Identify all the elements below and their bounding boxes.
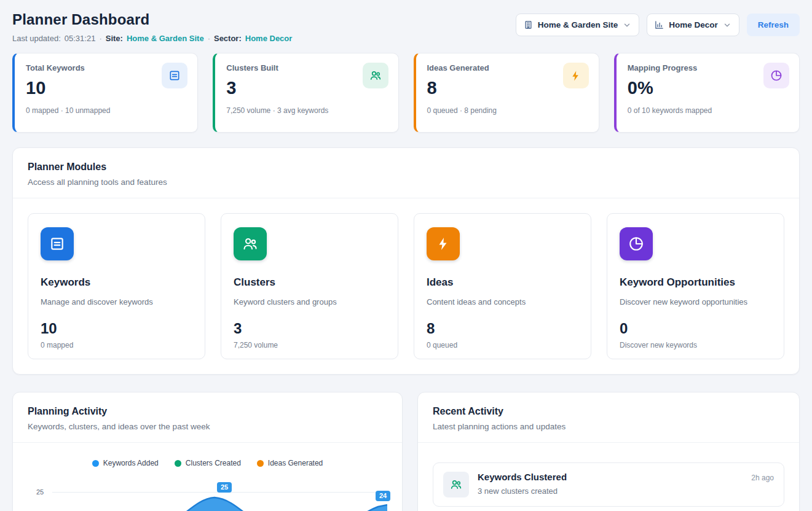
pie-chart-icon [763,63,789,88]
stat-card-ideas-generated: Ideas Generated 8 0 queued · 8 pending [414,53,599,133]
module-card-ideas[interactable]: Ideas Content ideas and concepts 8 0 que… [414,213,591,359]
site-selector-dropdown[interactable]: Home & Garden Site [516,14,640,36]
stat-detail: 0 of 10 keywords mapped [628,106,788,115]
header-meta: Last updated: 05:31:21 · Site: Home & Ga… [12,34,292,43]
panel-subtitle: Keywords, clusters, and ideas over the p… [28,422,387,431]
sector-selector-value: Home Decor [669,20,718,29]
stat-card-total-keywords: Total Keywords 10 0 mapped · 10 unmapped [12,53,198,133]
site-selector-value: Home & Garden Site [538,20,618,29]
site-link[interactable]: Home & Garden Site [127,34,204,43]
planner-dashboard-page: Planner Dashboard Last updated: 05:31:21… [0,0,812,511]
legend-dot-blue [92,460,99,467]
activity-description: 3 new clusters created [478,486,774,496]
sector-label: Sector: [214,34,242,43]
planner-modules-header: Planner Modules Access all planning tool… [13,148,799,198]
module-card-clusters[interactable]: Clusters Keyword clusters and groups 3 7… [221,213,398,359]
recent-activity-body: Keywords Clustered 2h ago 3 new clusters… [418,443,799,511]
header-controls: Home & Garden Site Home Decor Refresh [516,14,800,36]
legend-item-clusters-created[interactable]: Clusters Created [175,459,241,467]
module-detail: 7,250 volume [234,341,385,349]
panel-title: Planning Activity [28,406,387,417]
users-icon [234,227,267,260]
activity-item-keywords-clustered[interactable]: Keywords Clustered 2h ago 3 new clusters… [433,462,784,507]
stat-detail: 0 queued · 8 pending [427,106,588,115]
document-icon [162,63,187,88]
stat-detail: 7,250 volume · 3 avg keywords [226,106,387,115]
bar-chart-icon [655,20,664,29]
building-icon [524,20,533,29]
panel-title: Recent Activity [433,406,784,417]
module-value: 3 [234,320,385,337]
module-description: Discover new keyword opportunities [620,297,771,306]
users-icon [443,472,469,497]
lightning-icon [563,63,589,88]
legend-label: Keywords Added [103,459,159,467]
activity-item-content: Keywords Clustered 2h ago 3 new clusters… [478,472,774,496]
module-title: Keyword Opportunities [620,276,771,289]
planner-modules-body: Keywords Manage and discover keywords 10… [13,198,799,374]
legend-dot-orange [257,460,264,467]
activity-timestamp: 2h ago [751,474,774,482]
site-label: Site: [106,34,123,43]
legend-label: Clusters Created [186,459,241,467]
legend-dot-green [175,460,181,467]
module-card-keyword-opportunities[interactable]: Keyword Opportunities Discover new keywo… [607,213,784,359]
stat-cards-row: Total Keywords 10 0 mapped · 10 unmapped… [12,53,800,133]
module-value: 10 [41,320,192,337]
module-card-keywords[interactable]: Keywords Manage and discover keywords 10… [28,213,205,359]
planning-activity-panel: Planning Activity Keywords, clusters, an… [12,392,403,511]
legend-label: Ideas Generated [268,459,323,467]
chart-legend: Keywords Added Clusters Created Ideas Ge… [28,458,387,467]
legend-item-ideas-generated[interactable]: Ideas Generated [257,459,323,467]
meta-separator: · [208,34,210,43]
users-icon [363,63,388,88]
pie-chart-icon [620,227,653,260]
chevron-down-icon [623,21,631,29]
page-title: Planner Dashboard [12,11,292,28]
planning-activity-body: Keywords Added Clusters Created Ideas Ge… [13,443,402,511]
module-title: Ideas [427,276,578,289]
module-title: Keywords [41,276,192,289]
page-header: Planner Dashboard Last updated: 05:31:21… [12,11,800,43]
activity-title: Keywords Clustered [478,472,567,482]
module-value: 0 [620,320,771,337]
document-icon [41,227,74,260]
last-updated-label: Last updated: [12,34,61,43]
module-value: 8 [427,320,578,337]
sector-link[interactable]: Home Decor [245,34,293,43]
panel-subtitle: Access all planning tools and features [28,177,784,187]
panel-subtitle: Latest planning actions and updates [433,422,784,431]
planner-modules-panel: Planner Modules Access all planning tool… [12,147,800,375]
stat-card-mapping-progress: Mapping Progress 0% 0 of 10 keywords map… [614,53,800,133]
module-detail: 0 queued [427,341,578,349]
header-left: Planner Dashboard Last updated: 05:31:21… [12,11,292,43]
planning-activity-header: Planning Activity Keywords, clusters, an… [13,392,402,443]
module-detail: Discover new keywords [620,341,771,349]
panel-title: Planner Modules [28,162,784,173]
sector-selector-dropdown[interactable]: Home Decor [647,14,739,36]
chevron-down-icon [723,21,731,29]
bottom-row: Planning Activity Keywords, clusters, an… [12,392,800,511]
lightning-icon [427,227,460,260]
data-point-label: 24 [376,491,390,501]
module-grid: Keywords Manage and discover keywords 10… [28,213,784,359]
stat-card-clusters-built: Clusters Built 3 7,250 volume · 3 avg ke… [213,53,398,133]
module-description: Keyword clusters and groups [234,297,385,306]
module-description: Manage and discover keywords [41,297,192,306]
module-description: Content ideas and concepts [427,297,578,306]
data-point-label: 25 [217,482,232,493]
activity-area-chart: 25 25 24 [28,480,387,511]
module-detail: 0 mapped [41,341,192,349]
stat-detail: 0 mapped · 10 unmapped [26,106,186,115]
y-axis-tick: 25 [36,488,44,496]
refresh-button[interactable]: Refresh [747,14,800,36]
meta-separator: · [99,34,101,43]
recent-activity-header: Recent Activity Latest planning actions … [418,392,799,443]
last-updated-value: 05:31:21 [65,34,96,43]
legend-item-keywords-added[interactable]: Keywords Added [92,459,159,467]
recent-activity-panel: Recent Activity Latest planning actions … [417,392,800,511]
module-title: Clusters [234,276,385,289]
